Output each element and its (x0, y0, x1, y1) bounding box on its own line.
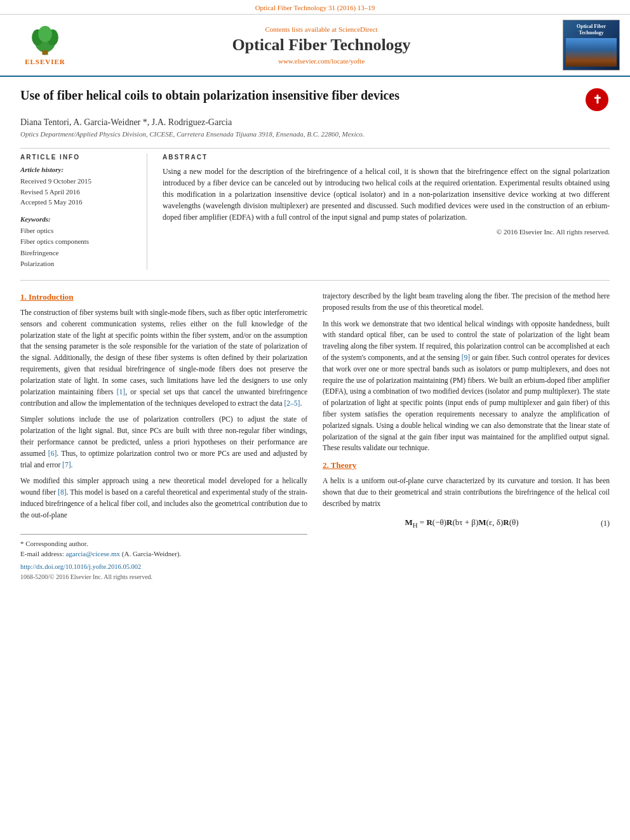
svg-rect-5 (42, 50, 48, 55)
divider-1 (20, 148, 610, 149)
body-para-theory-1: A helix is a uniform out-of-plane curve … (323, 476, 610, 509)
footnote-email-link[interactable]: agarcia@cicese.mx (65, 550, 120, 557)
keyword-polarization: Polarization (20, 258, 137, 270)
cover-image (566, 38, 617, 67)
article-history-label: Article history: (20, 166, 137, 173)
journal-header: ELSEVIER Contents lists available at Sci… (0, 15, 630, 77)
keyword-fiber-optics: Fiber optics (20, 225, 137, 237)
abstract-title: ABSTRACT (163, 154, 610, 161)
citation-text: Optical Fiber Technology 31 (2016) 13–19 (255, 4, 375, 11)
footnotes-section: * Corresponding author. E-mail address: … (20, 534, 307, 582)
keyword-fiber-optics-comp: Fiber optics components (20, 236, 137, 248)
crossmark-icon: ✝ (586, 88, 608, 111)
ref-8: [8] (58, 488, 66, 496)
ref-9: [9] (462, 354, 470, 361)
equation-content: MH = R(−θ)R(bτ + β)M(ε, δ)R(θ) (323, 516, 601, 530)
body-para-3: We modified this simpler approach using … (20, 476, 307, 521)
keyword-birefringence: Birefringence (20, 248, 137, 259)
equation-number: (1) (601, 517, 610, 530)
ref-7: [7] (62, 461, 70, 469)
ref-1: [1] (117, 388, 125, 396)
accepted-date: Accepted 5 May 2016 (20, 197, 137, 208)
keywords-label: Keywords: (20, 215, 137, 223)
body-para-right-1: trajectory described by the light beam t… (323, 291, 610, 314)
revised-date: Revised 5 April 2016 (20, 187, 137, 197)
ref-2-5: [2–5] (284, 399, 300, 407)
footnote-corresponding: * Corresponding author. (20, 538, 307, 549)
sciencedirect-link: Contents lists available at ScienceDirec… (86, 25, 556, 33)
journal-name: Optical Fiber Technology (86, 36, 556, 55)
issn-line: 1068-5200/© 2016 Elsevier Inc. All right… (20, 572, 307, 582)
paper-title: Use of fiber helical coils to obtain pol… (20, 87, 578, 103)
received-date: Received 9 October 2015 (20, 176, 137, 187)
affiliation-line: Optics Department/Applied Physics Divisi… (20, 130, 610, 138)
copyright-text: © 2016 Elsevier Inc. All rights reserved… (163, 228, 610, 236)
abstract-panel: ABSTRACT Using a new model for the descr… (163, 154, 610, 270)
divider-2 (20, 280, 610, 281)
journal-url: www.elsevier.com/locate/yofte (86, 57, 556, 65)
crossmark-area[interactable]: ✝ (584, 87, 610, 112)
paper-content: Use of fiber helical coils to obtain pol… (0, 77, 630, 592)
body-para-1: The construction of fiber systems built … (20, 307, 307, 409)
info-abstract-section: ARTICLE INFO Article history: Received 9… (20, 154, 610, 270)
doi-line[interactable]: http://dx.doi.org/10.1016/j.yofte.2016.0… (20, 562, 307, 572)
elsevier-brand-text: ELSEVIER (25, 58, 65, 65)
paper-title-section: Use of fiber helical coils to obtain pol… (20, 87, 610, 112)
journal-cover-image: Optical Fiber Technology (563, 20, 620, 70)
journal-title-area: Contents lists available at ScienceDirec… (86, 25, 556, 65)
equation-1: MH = R(−θ)R(bτ + β)M(ε, δ)R(θ) (1) (323, 516, 610, 530)
section-1-heading: 1. Introduction (20, 291, 307, 303)
abstract-text: Using a new model for the description of… (163, 166, 610, 223)
elsevier-logo-area: ELSEVIER (10, 25, 80, 65)
authors-line: Diana Tentori, A. Garcia-Weidner *, J.A.… (20, 117, 610, 128)
article-info-title: ARTICLE INFO (20, 154, 137, 161)
body-columns: 1. Introduction The construction of fibe… (20, 291, 610, 582)
citation-bar: Optical Fiber Technology 31 (2016) 13–19 (0, 0, 630, 15)
cover-title: Optical Fiber Technology (566, 23, 617, 36)
elsevier-tree-icon (23, 25, 67, 57)
body-col-left: 1. Introduction The construction of fibe… (20, 291, 307, 582)
footnote-email-line: E-mail address: agarcia@cicese.mx (A. Ga… (20, 549, 307, 559)
section-2-heading: 2. Theory (323, 459, 610, 472)
body-col-right: trajectory described by the light beam t… (323, 291, 610, 582)
body-para-2: Simpler solutions include the use of pol… (20, 414, 307, 470)
article-info-panel: ARTICLE INFO Article history: Received 9… (20, 154, 147, 270)
svg-point-4 (38, 26, 52, 42)
ref-6: [6] (48, 450, 57, 457)
body-para-right-2: In this work we demonstrate that two ide… (323, 319, 610, 455)
